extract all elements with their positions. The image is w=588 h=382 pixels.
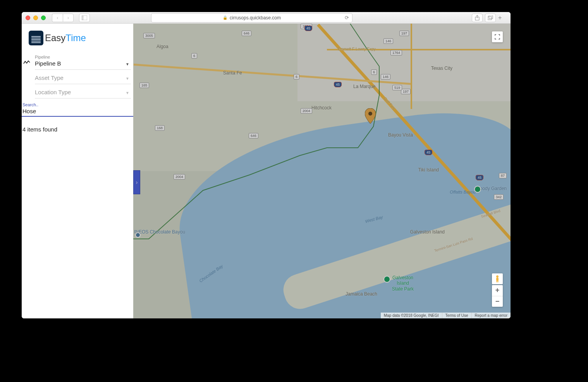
search-input[interactable]: Hose — [22, 107, 133, 117]
svg-point-5 — [368, 112, 372, 116]
shield-6b: 6 — [294, 74, 299, 80]
search-value: Hose — [22, 108, 132, 114]
shield-6: 6 — [191, 53, 197, 59]
label-ineos: INEOS Chocolate Bayou — [134, 229, 185, 235]
shield-197b: 197 — [401, 89, 411, 94]
svg-rect-4 — [489, 16, 493, 19]
shield-i45c: 45 — [425, 150, 432, 155]
streetview-button[interactable] — [492, 273, 503, 284]
shield-168: 168 — [155, 125, 165, 131]
location-type-field[interactable]: Location Type ▼ — [35, 89, 131, 99]
url-text: cirrusops.quickbase.com — [230, 15, 281, 21]
shield-2004c: 2004 — [174, 174, 185, 180]
collapse-sidebar-button[interactable]: › — [133, 170, 140, 194]
shield-2004b: 2004 — [301, 108, 312, 114]
shield-i45: 45 — [304, 26, 312, 31]
search-section: Search.. Hose — [22, 101, 133, 117]
label-galveston-island: Galveston Island — [410, 229, 445, 235]
reload-icon[interactable]: ⟳ — [345, 15, 349, 21]
shield-87: 87 — [499, 173, 507, 178]
map-viewport[interactable]: Algoa Santa Fe La Marque Texas City Hitc… — [133, 24, 511, 318]
pipeline-value: Pipeline B — [35, 60, 131, 68]
zoom-in-button[interactable]: + — [492, 285, 503, 296]
address-bar[interactable]: 🔒 cirrusops.quickbase.com ⟳ — [151, 13, 352, 22]
shield-342: 342 — [494, 194, 504, 200]
close-window-button[interactable] — [26, 16, 30, 20]
minimize-window-button[interactable] — [33, 16, 38, 20]
shield-519: 519 — [392, 85, 402, 90]
shield-646b: 646 — [249, 133, 258, 138]
map-marker[interactable] — [365, 108, 376, 124]
label-offatts: Offatts Bayou — [450, 190, 476, 194]
shield-146b: 146 — [383, 38, 393, 44]
asset-type-placeholder: Asset Type — [35, 74, 131, 82]
zoom-out-button[interactable]: − — [492, 296, 503, 307]
app-logo: EasyTime — [22, 28, 133, 52]
moody-poi-icon[interactable] — [474, 186, 481, 193]
nav-button-group: ‹ › — [52, 14, 74, 22]
lock-icon: 🔒 — [223, 16, 227, 20]
location-type-placeholder: Location Type — [35, 89, 131, 97]
toolbar-right: + — [472, 14, 507, 22]
svg-rect-9 — [498, 280, 499, 282]
label-state-park: GalvestonIslandState Park — [392, 275, 414, 292]
shield-3005: 3005 — [143, 33, 155, 38]
park-poi-icon[interactable] — [383, 276, 390, 283]
attribution-terms[interactable]: Terms of Use — [442, 313, 471, 318]
ineos-poi-icon[interactable] — [135, 232, 141, 238]
chevron-down-icon: ▼ — [126, 76, 129, 81]
browser-window: ‹ › 🔒 cirrusops.quickbase.com ⟳ + — [22, 12, 511, 318]
svg-rect-7 — [496, 278, 499, 281]
shield-197: 197 — [399, 31, 409, 36]
logo-brand-2: Time — [65, 33, 86, 43]
new-tab-button[interactable]: + — [498, 14, 507, 21]
svg-rect-1 — [82, 16, 84, 20]
logo-brand-1: Easy — [45, 33, 65, 43]
back-button[interactable]: ‹ — [52, 14, 63, 22]
share-button[interactable] — [472, 14, 483, 22]
results-count: 4 items found — [22, 117, 133, 142]
label-algoa: Algoa — [156, 44, 168, 49]
label-santa-fe: Santa Fe — [223, 70, 242, 76]
shield-i45d: 45 — [476, 175, 483, 180]
pipeline-filter[interactable]: Pipeline Pipeline B ▼ — [22, 52, 133, 72]
shield-1764: 1764 — [390, 50, 402, 55]
content: EasyTime Pipeline Pipeline B ▼ Asset Typ… — [22, 24, 511, 318]
label-bayou-vista: Bayou Vista — [388, 132, 413, 138]
label-tiki: Tiki Island — [418, 167, 439, 173]
sidebar: EasyTime Pipeline Pipeline B ▼ Asset Typ… — [22, 24, 133, 318]
asset-type-filter[interactable]: Asset Type ▼ — [22, 72, 133, 86]
tabs-button[interactable] — [485, 14, 496, 22]
chevron-down-icon: ▼ — [126, 62, 129, 66]
chevron-down-icon: ▼ — [126, 91, 129, 95]
forward-button[interactable]: › — [63, 14, 74, 22]
asset-type-field[interactable]: Asset Type ▼ — [35, 74, 131, 84]
label-jamaica-beach: Jamaica Beach — [346, 291, 377, 297]
logo-text: EasyTime — [45, 33, 86, 43]
pipeline-icon — [22, 60, 31, 65]
logo-icon — [29, 31, 43, 45]
shield-i45b: 45 — [334, 82, 342, 87]
svg-point-6 — [496, 275, 499, 278]
shield-6c: 6 — [371, 69, 377, 75]
pegman-icon — [495, 275, 500, 283]
pipeline-label: Pipeline — [35, 55, 131, 59]
attribution-data: Map data ©2018 Google, INEGI — [381, 313, 442, 318]
location-type-filter[interactable]: Location Type ▼ — [22, 86, 133, 101]
label-texas-city: Texas City — [431, 66, 452, 71]
label-la-marque: La Marque — [353, 84, 375, 89]
shield-146: 146 — [381, 74, 390, 80]
label-lowry-expy: Emmett F Lowry Expy — [338, 47, 376, 51]
window-controls — [26, 16, 46, 20]
titlebar: ‹ › 🔒 cirrusops.quickbase.com ⟳ + — [22, 12, 511, 24]
sidebar-toggle-button[interactable] — [79, 14, 90, 22]
road-197 — [411, 24, 412, 109]
svg-rect-8 — [497, 280, 497, 282]
maximize-window-button[interactable] — [41, 16, 46, 20]
svg-rect-3 — [488, 17, 492, 20]
search-label: Search.. — [22, 102, 133, 107]
fullscreen-button[interactable] — [492, 31, 503, 42]
label-hitchcock: Hitchcock — [311, 105, 332, 111]
attribution-report[interactable]: Report a map error — [471, 313, 511, 318]
pipeline-field[interactable]: Pipeline Pipeline B ▼ — [35, 55, 131, 70]
